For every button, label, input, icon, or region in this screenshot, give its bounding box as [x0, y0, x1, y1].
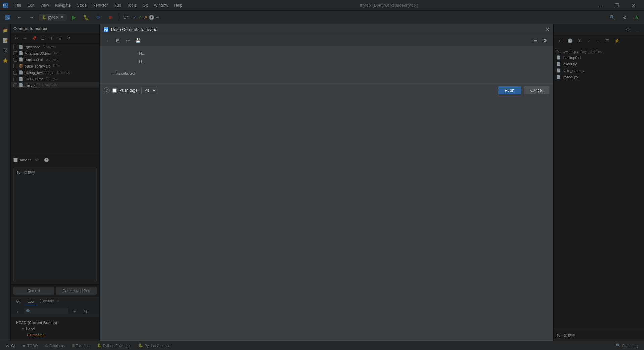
push-toolbar-settings-icon[interactable]: ⚙ — [541, 36, 549, 44]
push-dialog-footer: ? Push tags: All Push Cancel — [100, 83, 553, 97]
push-commits-selected: ...mits selected — [105, 69, 548, 78]
push-dialog-content: N... U... ...mits selected — [100, 46, 553, 83]
push-dialog-toolbar: ↑ ⊞ ✏ 💾 ☰ ⚙ — [100, 35, 553, 46]
push-dialog-cancel-button[interactable]: Cancel — [524, 86, 549, 94]
push-commits-count: ...mits selected — [110, 71, 135, 75]
push-dialog-header: PC Push Commits to mytool ✕ — [100, 24, 553, 35]
push-tags-label: Push tags: — [119, 88, 139, 93]
push-toolbar-btn-4[interactable]: 💾 — [134, 36, 142, 44]
push-from-label: N... — [105, 51, 145, 56]
push-dialog-title: PC Push Commits to mytool — [104, 27, 158, 32]
push-toolbar-btn-3[interactable]: ✏ — [124, 36, 132, 44]
push-dialog-title-text: Push Commits to mytool — [111, 27, 158, 32]
push-dialog-push-button[interactable]: Push — [498, 86, 521, 94]
push-toolbar-align-icon[interactable]: ☰ — [531, 36, 539, 44]
svg-text:PC: PC — [104, 29, 108, 32]
push-dialog-close-icon[interactable]: ✕ — [546, 27, 549, 32]
push-to-row: U... — [105, 60, 548, 64]
push-tags-checkbox[interactable] — [112, 88, 117, 93]
push-toolbar-btn-1[interactable]: ↑ — [104, 36, 112, 44]
push-toolbar-btn-2[interactable]: ⊞ — [114, 36, 122, 44]
push-to-label: U... — [105, 60, 145, 64]
push-tags-select[interactable]: All — [141, 87, 157, 94]
push-help-icon[interactable]: ? — [104, 87, 110, 93]
push-from-row: N... — [105, 51, 548, 56]
push-commits-dialog: PC Push Commits to mytool ✕ ↑ ⊞ ✏ 💾 ☰ ⚙ … — [100, 24, 553, 341]
center-area: PC Push Commits to mytool ✕ ↑ ⊞ ✏ 💾 ☰ ⚙ … — [100, 24, 553, 341]
